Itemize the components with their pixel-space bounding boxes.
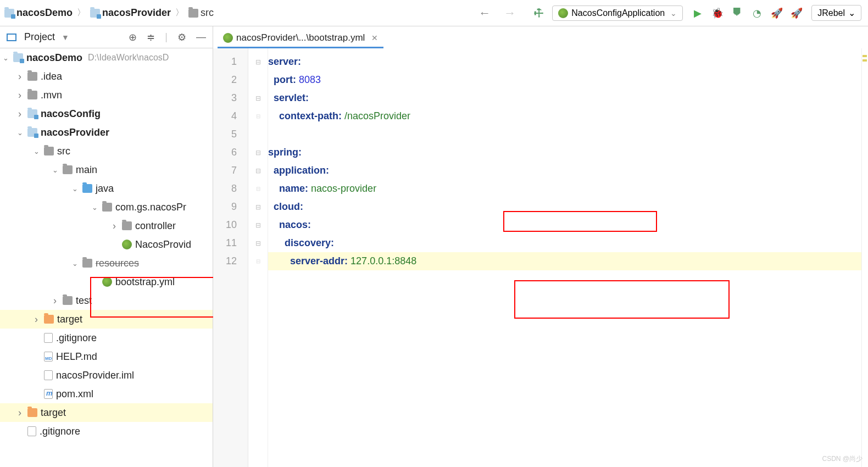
jrebel-selector[interactable]: JRebel ⌄	[811, 5, 861, 21]
tree-path: D:\IdeaWork\nacosD	[88, 53, 169, 63]
chevron-right-icon: 〉	[77, 7, 86, 19]
tree-label: nacosProvider	[41, 127, 109, 138]
package-icon	[122, 221, 132, 230]
jrebel-label: JRebel	[817, 8, 845, 18]
yml-icon	[223, 33, 233, 43]
tree-label: nacosConfig	[41, 108, 101, 120]
tree-row[interactable]: controller	[0, 216, 213, 235]
expand-all-icon[interactable]: ≑	[147, 31, 155, 43]
crumb-module[interactable]: nacosProvider	[88, 6, 173, 20]
tree-row[interactable]: .gitignore	[0, 329, 213, 347]
tree-row[interactable]: resources	[0, 254, 213, 273]
tree-label: java	[96, 183, 114, 194]
tree-label: HELP.md	[56, 351, 97, 363]
spring-boot-icon	[558, 8, 568, 18]
tree-label: src	[57, 146, 70, 157]
chevron-down-icon: ⌄	[848, 8, 855, 18]
hide-button[interactable]: —	[196, 31, 206, 43]
spring-boot-icon	[122, 240, 132, 249]
project-tree[interactable]: nacosDemoD:\IdeaWork\nacosD .idea .mvn n…	[0, 48, 213, 467]
crumb-root[interactable]: nacosDemo	[2, 6, 75, 20]
editor-scrollbar[interactable]	[861, 48, 868, 467]
folder-icon	[63, 296, 73, 305]
tree-label: test	[76, 295, 92, 307]
tree-row[interactable]: src	[0, 142, 213, 160]
jrebel-debug-icon[interactable]: 🚀	[791, 7, 803, 19]
tree-row[interactable]: .mvn	[0, 86, 213, 104]
editor-area: nacosProvider\...\bootstrap.yml ✕ 1234 5…	[213, 26, 868, 467]
tree-row[interactable]: bootstrap.yml	[0, 273, 213, 291]
fold-gutter[interactable]	[248, 48, 268, 467]
tree-row[interactable]: target	[0, 403, 213, 422]
folder-icon	[27, 128, 37, 137]
tree-row[interactable]: .gitignore	[0, 422, 213, 441]
file-icon	[44, 370, 53, 380]
breadcrumb: nacosDemo 〉 nacosProvider 〉 src	[2, 6, 216, 20]
run-button[interactable]: ▶	[692, 7, 704, 19]
folder-icon	[27, 91, 37, 99]
package-icon	[102, 203, 112, 212]
nav-back-button[interactable]: ←	[474, 4, 495, 23]
debug-button[interactable]: 🐞	[711, 7, 724, 19]
tree-label: bootstrap.yml	[115, 276, 175, 288]
tree-row[interactable]: test	[0, 291, 213, 310]
build-hammer-icon[interactable]: ⚒	[530, 5, 547, 21]
tree-row[interactable]: NacosProvid	[0, 235, 213, 254]
editor-tab[interactable]: nacosProvider\...\bootstrap.yml ✕	[218, 29, 383, 48]
folder-icon	[82, 259, 92, 268]
yml-icon	[102, 277, 112, 287]
watermark: CSDN @尚少	[822, 454, 863, 464]
run-config-label: NacosConfigApplication	[571, 8, 665, 18]
tree-row[interactable]: java	[0, 179, 213, 198]
tree-row[interactable]: nacosProvider.iml	[0, 366, 213, 385]
tree-label: .idea	[41, 71, 62, 82]
folder-icon	[44, 147, 54, 155]
tree-row[interactable]: HELP.md	[0, 347, 213, 366]
project-icon	[7, 34, 16, 41]
gear-icon[interactable]: ⚙	[177, 31, 186, 43]
crumb-label: nacosDemo	[16, 7, 73, 19]
nav-forward-button[interactable]: →	[499, 4, 520, 23]
run-toolbar-buttons: ▶ 🐞 ⛊ ◔ 🚀 🚀	[692, 7, 803, 19]
markdown-icon	[44, 352, 53, 362]
folder-icon	[13, 53, 23, 62]
tool-window-title: Project	[24, 31, 55, 43]
tree-row[interactable]: .idea	[0, 67, 213, 86]
tree-label: NacosProvid	[135, 239, 191, 251]
run-config-selector[interactable]: NacosConfigApplication ⌄	[552, 5, 683, 21]
code-lines[interactable]: server: port: 8083 servlet: context-path…	[268, 48, 868, 467]
file-icon	[44, 333, 53, 343]
tree-row[interactable]: pom.xml	[0, 385, 213, 403]
tree-label: .gitignore	[40, 426, 80, 437]
chevron-down-icon[interactable]: ▼	[62, 33, 69, 42]
coverage-button[interactable]: ⛊	[731, 7, 743, 19]
tree-row[interactable]: main	[0, 160, 213, 179]
tree-row-root[interactable]: nacosDemoD:\IdeaWork\nacosD	[0, 48, 213, 67]
project-tool-window: Project ▼ ⊕ ≑ | ⚙ — nacosDemoD:\IdeaWork…	[0, 26, 213, 467]
tree-row[interactable]: com.gs.nacosPr	[0, 198, 213, 216]
close-icon[interactable]: ✕	[371, 34, 378, 42]
profile-button[interactable]: ◔	[751, 7, 763, 19]
tree-label: main	[76, 164, 97, 176]
tree-row[interactable]: nacosConfig	[0, 104, 213, 123]
folder-icon	[188, 9, 198, 18]
tree-label: .gitignore	[56, 332, 97, 344]
tree-label: nacosProvider.iml	[56, 370, 134, 381]
editor-tabs: nacosProvider\...\bootstrap.yml ✕	[213, 26, 868, 48]
code-editor[interactable]: 1234 5678 9101112 server: port: 8083 ser…	[213, 48, 868, 467]
tree-row[interactable]: target	[0, 310, 213, 329]
tool-window-header: Project ▼ ⊕ ≑ | ⚙ —	[0, 26, 213, 48]
folder-icon	[44, 315, 54, 324]
tree-label: target	[41, 407, 66, 419]
tree-row[interactable]: nacosProvider	[0, 123, 213, 142]
tree-label: nacosDemo	[26, 52, 82, 64]
chevron-right-icon: 〉	[175, 7, 184, 19]
file-icon	[27, 426, 36, 436]
folder-icon	[90, 9, 100, 18]
jrebel-run-icon[interactable]: 🚀	[771, 7, 783, 19]
select-opened-file-icon[interactable]: ⊕	[129, 31, 137, 43]
maven-icon	[44, 389, 53, 399]
crumb-src[interactable]: src	[186, 6, 216, 20]
folder-icon	[27, 109, 37, 118]
tree-label: resources	[96, 258, 139, 269]
